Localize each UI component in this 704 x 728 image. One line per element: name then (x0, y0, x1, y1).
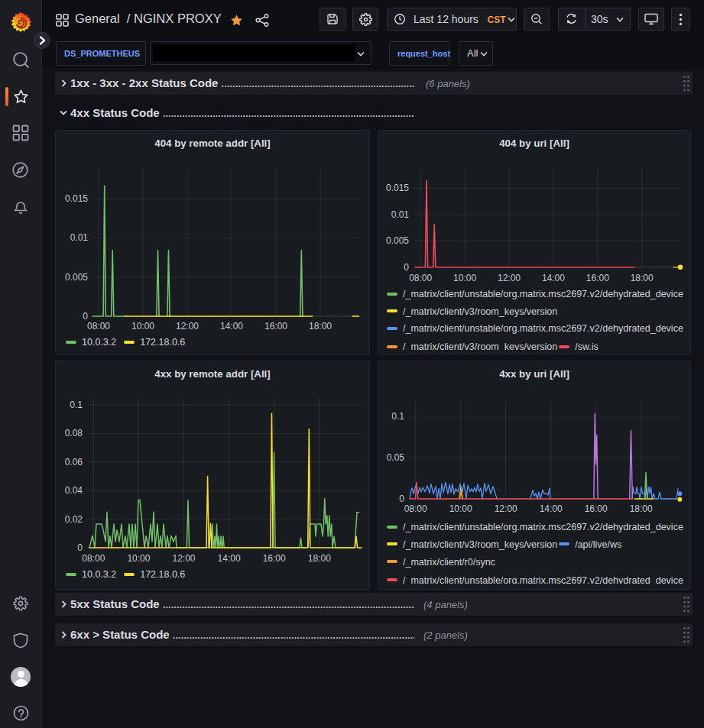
svg-text:12:00: 12:00 (176, 321, 199, 332)
svg-text:08:00: 08:00 (87, 321, 110, 332)
svg-text:14:00: 14:00 (218, 553, 241, 564)
svg-text:0: 0 (77, 542, 83, 553)
svg-text:14:00: 14:00 (220, 321, 243, 332)
svg-text:0.04: 0.04 (65, 485, 83, 496)
svg-text:0.08: 0.08 (65, 428, 83, 438)
svg-text:10:00: 10:00 (127, 553, 150, 564)
svg-text:0: 0 (83, 311, 88, 322)
svg-text:10:00: 10:00 (131, 321, 154, 332)
svg-text:0.005: 0.005 (65, 272, 88, 283)
svg-text:16:00: 16:00 (263, 553, 286, 564)
svg-text:12:00: 12:00 (172, 553, 195, 564)
svg-text:18:00: 18:00 (308, 553, 331, 564)
svg-text:0.02: 0.02 (65, 514, 83, 525)
svg-text:0.01: 0.01 (70, 232, 89, 243)
svg-text:0.015: 0.015 (65, 193, 88, 204)
svg-text:0.1: 0.1 (70, 400, 83, 410)
svg-text:08:00: 08:00 (82, 553, 105, 564)
svg-text:16:00: 16:00 (264, 321, 287, 332)
svg-text:18:00: 18:00 (309, 321, 332, 332)
svg-text:0.06: 0.06 (65, 457, 83, 468)
